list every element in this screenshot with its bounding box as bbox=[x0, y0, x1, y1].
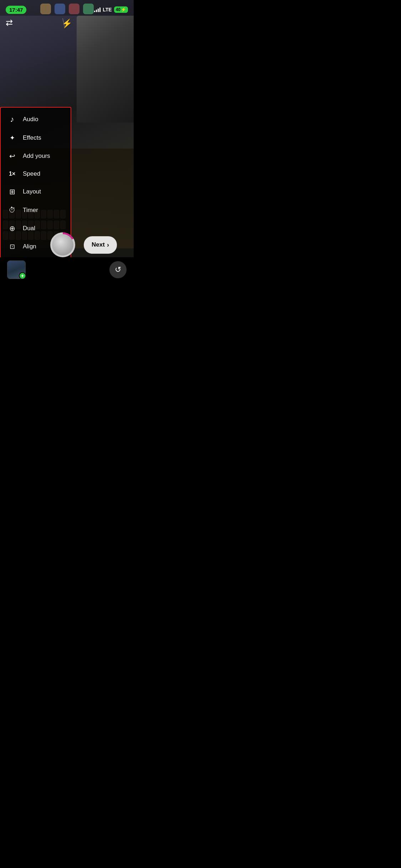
signal-bar-1 bbox=[94, 11, 95, 12]
status-bar: 17:47 LTE 40⚡ bbox=[0, 0, 134, 16]
timer-icon: ⏱ bbox=[7, 206, 17, 214]
swap-camera-button[interactable]: ⇄ bbox=[6, 18, 13, 28]
status-time: 17:47 bbox=[6, 6, 26, 14]
speed-icon: 1× bbox=[7, 171, 17, 177]
flip-camera-icon: ↺ bbox=[115, 265, 121, 274]
layout-icon: ⊞ bbox=[7, 187, 17, 196]
addyours-icon: ↩ bbox=[7, 152, 17, 160]
speed-label: Speed bbox=[23, 170, 40, 177]
addyours-label: Add yours bbox=[23, 153, 50, 160]
menu-item-audio[interactable]: ♪ Audio bbox=[1, 110, 71, 129]
menu-item-addyours[interactable]: ↩ Add yours bbox=[1, 147, 71, 165]
gallery-thumbnail[interactable]: + bbox=[7, 260, 26, 279]
next-label: Next bbox=[92, 241, 105, 248]
signal-icon bbox=[94, 7, 101, 12]
signal-bar-2 bbox=[96, 10, 97, 12]
signal-bar-3 bbox=[98, 9, 99, 12]
layout-label: Layout bbox=[23, 188, 41, 195]
dual-icon: ⊕ bbox=[7, 224, 17, 233]
battery-level: 40 bbox=[116, 7, 120, 12]
lte-label: LTE bbox=[103, 7, 112, 12]
record-button[interactable] bbox=[50, 232, 75, 257]
audio-label: Audio bbox=[23, 116, 38, 123]
add-icon: + bbox=[21, 273, 24, 279]
status-right: LTE 40⚡ bbox=[94, 6, 128, 13]
effects-label: Effects bbox=[23, 134, 41, 141]
battery-charging-icon: ⚡ bbox=[121, 7, 126, 12]
battery-indicator: 40⚡ bbox=[114, 6, 128, 13]
next-chevron-icon: › bbox=[107, 241, 109, 249]
bottom-controls: Next › bbox=[0, 232, 134, 257]
effects-icon: ✦ bbox=[7, 134, 17, 142]
menu-item-layout[interactable]: ⊞ Layout bbox=[1, 182, 71, 201]
record-button-inner bbox=[52, 234, 73, 255]
menu-item-speed[interactable]: 1× Speed bbox=[1, 165, 71, 182]
gallery-add-badge: + bbox=[19, 272, 26, 279]
dual-label: Dual bbox=[23, 225, 35, 232]
menu-item-timer[interactable]: ⏱ Timer bbox=[1, 201, 71, 219]
timer-label: Timer bbox=[23, 207, 38, 214]
menu-item-effects[interactable]: ✦ Effects bbox=[1, 129, 71, 147]
next-button[interactable]: Next › bbox=[84, 236, 117, 254]
flash-button[interactable]: ⚡ ╲ bbox=[62, 19, 72, 29]
signal-bar-4 bbox=[99, 7, 101, 12]
bottom-bar: + ↺ bbox=[0, 257, 134, 289]
top-controls: ⇄ bbox=[6, 18, 13, 28]
flip-camera-button[interactable]: ↺ bbox=[109, 261, 127, 278]
swap-icon: ⇄ bbox=[6, 18, 13, 28]
audio-icon: ♪ bbox=[7, 115, 17, 124]
